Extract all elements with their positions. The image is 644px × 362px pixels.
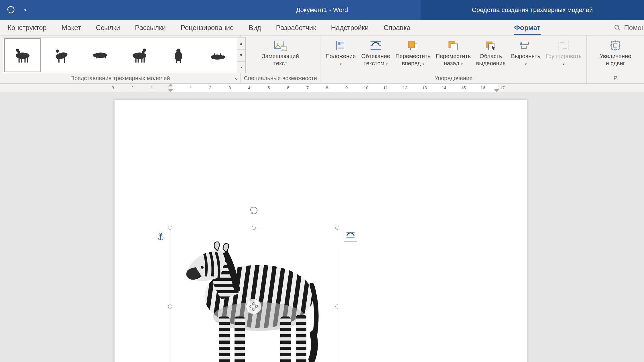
resize-handle-r[interactable] <box>335 304 339 308</box>
tab-design[interactable]: Конструктор <box>0 20 54 35</box>
align-icon <box>519 40 532 51</box>
svg-rect-6 <box>21 58 22 63</box>
svg-point-33 <box>277 43 278 45</box>
bring-forward-button[interactable]: Переместить вперед ▾ <box>393 37 433 68</box>
horizontal-ruler[interactable]: 3 2 1 1 2 3 4 5 6 7 8 9 10 11 12 13 14 1… <box>0 84 644 92</box>
wrap-text-button[interactable]: Обтекание текстом ▾ <box>359 37 392 68</box>
layout-options-icon <box>346 231 355 239</box>
svg-line-1 <box>618 29 620 30</box>
rotate-handle[interactable] <box>248 205 259 216</box>
send-backward-icon <box>447 40 460 51</box>
resize-handle-tl[interactable] <box>168 226 172 230</box>
resize-handle-t[interactable] <box>252 226 256 230</box>
tab-help[interactable]: Справка <box>376 20 418 35</box>
anchor-icon[interactable] <box>157 232 164 242</box>
svg-rect-21 <box>138 58 139 63</box>
ribbon-tabs: Конструктор Макет Ссылки Рассылки Реценз… <box>0 20 644 35</box>
svg-rect-60 <box>611 41 619 50</box>
group-icon <box>557 40 570 51</box>
group-3d-views-label: Представления трехмерных моделей ↘ <box>0 74 240 82</box>
svg-rect-34 <box>281 47 287 51</box>
svg-rect-38 <box>338 42 340 45</box>
right-indent-marker[interactable] <box>494 89 499 92</box>
3d-view-5[interactable] <box>160 38 197 72</box>
svg-rect-5 <box>19 58 20 63</box>
svg-rect-58 <box>560 43 564 46</box>
svg-rect-15 <box>96 57 97 58</box>
svg-rect-72 <box>235 316 245 362</box>
tab-mailings[interactable]: Рассылки <box>127 20 173 35</box>
zebra-3d-model[interactable] <box>173 234 328 362</box>
svg-rect-59 <box>563 45 567 48</box>
tab-layout[interactable]: Макет <box>54 20 88 35</box>
svg-rect-23 <box>143 58 145 63</box>
3d-rotate-control[interactable] <box>246 299 261 314</box>
3d-model-selection[interactable] <box>170 228 337 362</box>
svg-rect-56 <box>522 46 526 48</box>
svg-point-0 <box>615 25 619 29</box>
svg-rect-71 <box>219 316 230 362</box>
group-button: Группировать▾ <box>543 37 584 68</box>
group-size-label: Р <box>587 74 644 82</box>
first-line-indent-marker[interactable] <box>168 84 173 86</box>
tell-me-label: Помощни <box>624 24 644 32</box>
pan-zoom-button[interactable]: Увеличение и сдвиг <box>597 37 634 68</box>
svg-rect-22 <box>141 58 142 63</box>
3d-view-2[interactable] <box>43 38 80 72</box>
tab-addins[interactable]: Надстройки <box>324 20 376 35</box>
svg-rect-27 <box>180 60 181 63</box>
svg-rect-74 <box>296 315 306 362</box>
hanging-indent-marker[interactable] <box>168 89 173 92</box>
resize-handle-l[interactable] <box>168 304 172 308</box>
document-area: 3 2 1 1 2 3 4 5 6 7 8 9 10 11 12 13 14 1… <box>0 84 644 362</box>
svg-point-29 <box>222 56 225 59</box>
svg-point-79 <box>250 305 258 308</box>
tab-format[interactable]: Формат <box>507 20 548 35</box>
svg-point-10 <box>56 50 59 53</box>
3d-view-1[interactable] <box>4 38 41 72</box>
position-button[interactable]: Положение▾ <box>323 37 358 68</box>
title-bar: ▾ Документ1 - Word Средства создания тре… <box>0 0 644 20</box>
undo-icon[interactable] <box>6 5 16 15</box>
svg-rect-73 <box>280 316 291 362</box>
svg-rect-51 <box>451 44 457 50</box>
document-title: Документ1 - Word <box>296 6 348 14</box>
svg-point-14 <box>93 54 96 57</box>
svg-rect-11 <box>58 58 60 63</box>
svg-rect-30 <box>214 54 215 56</box>
alt-text-button[interactable]: Замещающий текст <box>259 37 302 68</box>
svg-rect-12 <box>64 58 65 63</box>
tab-references[interactable]: Ссылки <box>88 20 128 35</box>
svg-point-25 <box>176 49 180 53</box>
svg-rect-8 <box>27 58 28 63</box>
svg-rect-49 <box>408 41 415 48</box>
group-3d-views-launcher[interactable]: ↘ <box>233 76 239 82</box>
3d-views-gallery: ▲ ▼ ▾ <box>3 37 246 73</box>
layout-options-button[interactable] <box>344 229 357 242</box>
svg-rect-55 <box>522 42 529 44</box>
tab-view[interactable]: Вид <box>241 20 268 35</box>
contextual-tab-title: Средства создания трехмерных моделей <box>421 0 644 20</box>
group-accessibility-label: Специальные возможности <box>241 74 320 82</box>
wrap-text-icon <box>369 40 382 51</box>
search-icon <box>614 24 621 31</box>
group-arrange-label: Упорядочение <box>320 74 586 82</box>
send-backward-button[interactable]: Переместить назад ▾ <box>434 37 473 68</box>
3d-view-3[interactable] <box>82 38 119 72</box>
align-button[interactable]: Выровнять▾ <box>509 37 542 68</box>
svg-rect-7 <box>24 58 25 63</box>
3d-view-4[interactable] <box>121 38 158 72</box>
3d-view-6[interactable] <box>199 38 236 72</box>
svg-rect-31 <box>220 54 221 56</box>
resize-handle-tr[interactable] <box>335 226 339 230</box>
tell-me-search[interactable]: Помощни <box>614 20 644 35</box>
position-icon <box>335 39 347 52</box>
tab-developer[interactable]: Разработчик <box>269 20 324 35</box>
tab-review[interactable]: Рецензирование <box>173 20 241 35</box>
svg-rect-20 <box>135 58 137 63</box>
selection-pane-button[interactable]: Область выделения <box>474 37 508 68</box>
svg-point-19 <box>143 49 146 52</box>
alt-text-icon <box>273 39 287 52</box>
bring-forward-icon <box>407 40 419 51</box>
qat-customize-icon[interactable]: ▾ <box>20 5 30 15</box>
